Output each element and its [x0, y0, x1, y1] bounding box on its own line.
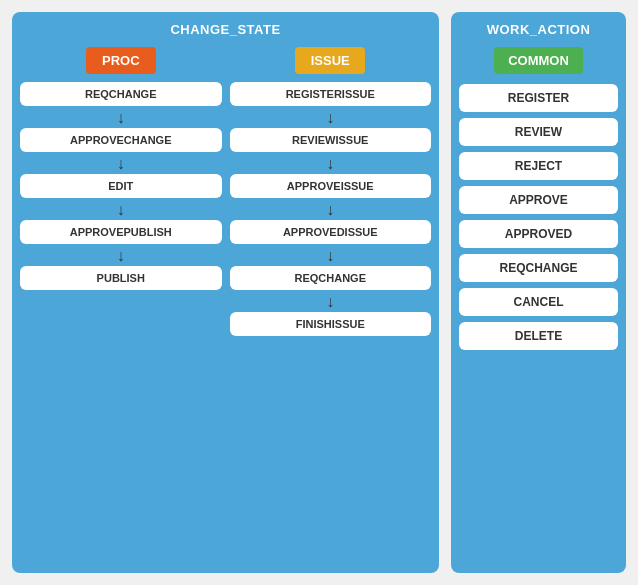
issue-flow-item-finishissue[interactable]: FINISHISSUE — [230, 312, 432, 336]
work-action-approve[interactable]: APPROVE — [459, 186, 618, 214]
work-action-reqchange[interactable]: REQCHANGE — [459, 254, 618, 282]
arrow-down-3: ↓ — [117, 248, 125, 264]
issue-item-5: FINISHISSUE — [230, 312, 432, 338]
proc-flow: REQCHANGE ↓ APPROVECHANGE ↓ EDIT ↓ APPRO… — [20, 82, 222, 292]
proc-item-1: APPROVECHANGE ↓ — [20, 128, 222, 174]
issue-item-1: REVIEWISSUE ↓ — [230, 128, 432, 174]
work-action-cancel[interactable]: CANCEL — [459, 288, 618, 316]
arrow-down-0: ↓ — [117, 110, 125, 126]
issue-flow-item-approveissue[interactable]: APPROVEISSUE — [230, 174, 432, 198]
common-badge: COMMON — [494, 47, 583, 74]
arrow-down-1: ↓ — [117, 156, 125, 172]
issue-flow-item-reqchange[interactable]: REQCHANGE — [230, 266, 432, 290]
proc-flow-item-approvepublish[interactable]: APPROVEPUBLISH — [20, 220, 222, 244]
issue-flow-item-reviewissue[interactable]: REVIEWISSUE — [230, 128, 432, 152]
work-action-approved[interactable]: APPROVED — [459, 220, 618, 248]
proc-item-4: PUBLISH — [20, 266, 222, 292]
issue-arrow-2: ↓ — [326, 202, 334, 218]
work-action-delete[interactable]: DELETE — [459, 322, 618, 350]
issue-flow-item-registerissue[interactable]: REGISTERISSUE — [230, 82, 432, 106]
work-action-reject[interactable]: REJECT — [459, 152, 618, 180]
proc-column: PROC REQCHANGE ↓ APPROVECHANGE ↓ EDIT ↓ — [20, 47, 222, 561]
proc-item-0: REQCHANGE ↓ — [20, 82, 222, 128]
proc-item-2: EDIT ↓ — [20, 174, 222, 220]
issue-arrow-4: ↓ — [326, 294, 334, 310]
change-state-columns: PROC REQCHANGE ↓ APPROVECHANGE ↓ EDIT ↓ — [20, 47, 431, 561]
page: CHANGE_STATE PROC REQCHANGE ↓ APPROVECHA… — [0, 0, 638, 585]
work-action-register[interactable]: REGISTER — [459, 84, 618, 112]
issue-badge: ISSUE — [295, 47, 365, 74]
issue-item-2: APPROVEISSUE ↓ — [230, 174, 432, 220]
issue-flow-item-approvedissue[interactable]: APPROVEDISSUE — [230, 220, 432, 244]
proc-flow-item-reqchange[interactable]: REQCHANGE — [20, 82, 222, 106]
proc-item-3: APPROVEPUBLISH ↓ — [20, 220, 222, 266]
arrow-down-2: ↓ — [117, 202, 125, 218]
work-action-review[interactable]: REVIEW — [459, 118, 618, 146]
work-action-title: WORK_ACTION — [487, 22, 591, 37]
change-state-panel: CHANGE_STATE PROC REQCHANGE ↓ APPROVECHA… — [12, 12, 439, 573]
proc-flow-item-publish[interactable]: PUBLISH — [20, 266, 222, 290]
issue-column: ISSUE REGISTERISSUE ↓ REVIEWISSUE ↓ APPR… — [230, 47, 432, 561]
issue-arrow-0: ↓ — [326, 110, 334, 126]
issue-flow: REGISTERISSUE ↓ REVIEWISSUE ↓ APPROVEISS… — [230, 82, 432, 338]
proc-flow-item-edit[interactable]: EDIT — [20, 174, 222, 198]
issue-arrow-1: ↓ — [326, 156, 334, 172]
change-state-title: CHANGE_STATE — [170, 22, 280, 37]
issue-item-4: REQCHANGE ↓ — [230, 266, 432, 312]
proc-badge: PROC — [86, 47, 156, 74]
issue-item-0: REGISTERISSUE ↓ — [230, 82, 432, 128]
proc-flow-item-approvechange[interactable]: APPROVECHANGE — [20, 128, 222, 152]
work-action-panel: WORK_ACTION COMMON REGISTER REVIEW REJEC… — [451, 12, 626, 573]
work-action-items: REGISTER REVIEW REJECT APPROVE APPROVED … — [459, 84, 618, 350]
issue-arrow-3: ↓ — [326, 248, 334, 264]
issue-item-3: APPROVEDISSUE ↓ — [230, 220, 432, 266]
